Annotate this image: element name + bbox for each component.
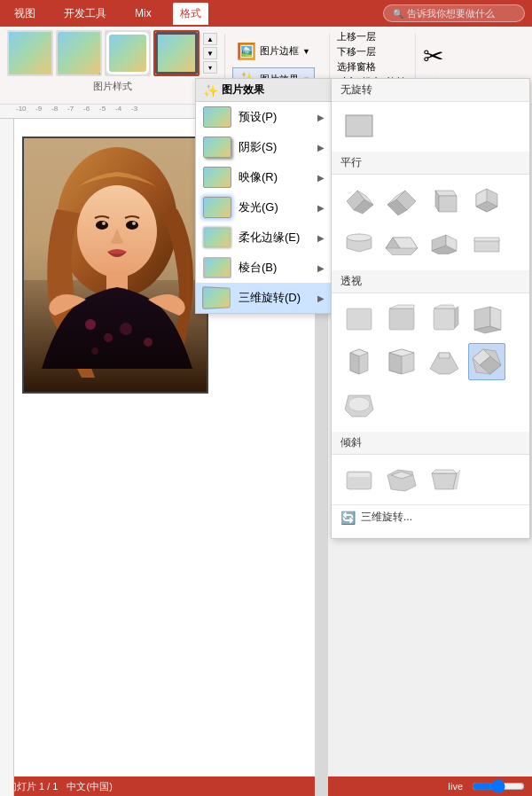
ribbon-tabs-bar: 视图 开发工具 Mix 格式 🔍 告诉我你想要做什么 bbox=[0, 0, 532, 27]
parallel-title: 平行 bbox=[332, 152, 529, 175]
scroll-down-btn[interactable]: ▼ bbox=[203, 47, 217, 59]
menu-item-preset[interactable]: 预设(P) ▶ bbox=[196, 102, 332, 132]
no-rotate-title: 无旋转 bbox=[332, 79, 529, 102]
parallel-shape-3[interactable] bbox=[426, 182, 463, 219]
persp-cube-8 bbox=[471, 346, 503, 378]
parallel-shape-1[interactable] bbox=[340, 182, 378, 219]
tilted-shape-1[interactable] bbox=[340, 462, 378, 499]
para-wide bbox=[384, 230, 419, 255]
tilted-shape-3[interactable] bbox=[426, 462, 463, 499]
svg-rect-37 bbox=[347, 308, 372, 330]
svg-marker-45 bbox=[490, 307, 501, 330]
parallel-shape-8[interactable] bbox=[468, 224, 505, 261]
menu-item-glow[interactable]: 发光(G) ▶ bbox=[196, 192, 332, 222]
picture-border-icon: 🖼️ bbox=[237, 42, 256, 61]
menu-item-soften[interactable]: 柔化边缘(E) ▶ bbox=[196, 222, 332, 253]
scroll-up-btn[interactable]: ▲ bbox=[203, 33, 217, 45]
v-ruler-overlay bbox=[0, 119, 14, 796]
svg-point-9 bbox=[85, 319, 96, 330]
menu-item-bevel[interactable]: 棱台(B) ▶ bbox=[196, 253, 332, 283]
persp-cube-4 bbox=[471, 303, 503, 335]
picture-border-btn[interactable]: 🖼️ 图片边框 ▼ bbox=[232, 39, 315, 64]
svg-marker-39 bbox=[389, 305, 414, 308]
photo-frame[interactable] bbox=[22, 137, 208, 394]
menu-icon-reflection bbox=[203, 167, 231, 188]
parallel-shape-5[interactable] bbox=[340, 224, 378, 261]
perspective-shape-4[interactable] bbox=[468, 300, 505, 338]
persp-cube-2 bbox=[386, 303, 418, 335]
menu-arrow-preset: ▶ bbox=[317, 113, 325, 122]
menu-label-bevel: 棱台(B) bbox=[239, 260, 277, 276]
svg-rect-60 bbox=[348, 473, 370, 477]
svg-marker-48 bbox=[350, 353, 359, 374]
parallel-shape-2[interactable] bbox=[383, 182, 420, 219]
zoom-slider[interactable] bbox=[472, 782, 525, 791]
menu-label-glow: 发光(G) bbox=[239, 199, 278, 215]
tab-view[interactable]: 视图 bbox=[7, 3, 43, 25]
style-thumb-2[interactable] bbox=[56, 30, 102, 76]
tilt-shape-2 bbox=[386, 466, 418, 495]
no-rotate-section: 无旋转 bbox=[332, 79, 529, 150]
svg-marker-42 bbox=[455, 307, 458, 328]
scroll-expand-btn[interactable]: ▾ bbox=[203, 61, 217, 74]
3d-rotate-icon: 🔄 bbox=[340, 511, 356, 525]
tilt-shape-3 bbox=[428, 466, 460, 495]
menu-arrow-3d-rotate: ▶ bbox=[317, 293, 325, 303]
svg-marker-51 bbox=[389, 353, 402, 374]
svg-marker-53 bbox=[439, 353, 450, 358]
style-thumb-4[interactable] bbox=[153, 30, 200, 76]
svg-point-5 bbox=[126, 221, 138, 230]
perspective-shape-6[interactable] bbox=[383, 343, 420, 380]
parallel-shape-4[interactable] bbox=[468, 182, 505, 219]
para-top-down bbox=[428, 185, 460, 215]
menu-arrow-shadow: ▶ bbox=[317, 143, 325, 152]
perspective-grid bbox=[332, 293, 529, 430]
perspective-shape-1[interactable] bbox=[340, 300, 378, 338]
tab-mix[interactable]: Mix bbox=[128, 4, 159, 23]
perspective-shape-3[interactable] bbox=[426, 300, 463, 338]
search-bar[interactable]: 🔍 告诉我你想要做什么 bbox=[383, 4, 525, 22]
perspective-title: 透视 bbox=[332, 270, 529, 293]
picture-effect-dropdown: ✨ 图片效果 预设(P) ▶ 阴影(S) ▶ 映像(R) ▶ 发光(G) ▶ 柔… bbox=[195, 78, 332, 314]
menu-item-shadow[interactable]: 阴影(S) ▶ bbox=[196, 132, 332, 162]
para-flat-mid bbox=[343, 230, 375, 255]
style-thumb-1[interactable] bbox=[7, 30, 53, 76]
no-rotate-shape[interactable] bbox=[340, 107, 378, 144]
persp-cube-6 bbox=[386, 346, 418, 378]
style-scroll-buttons: ▲ ▼ ▾ bbox=[203, 33, 217, 74]
tilt-shape-1 bbox=[343, 466, 375, 495]
parallel-shape-7[interactable] bbox=[426, 224, 463, 261]
svg-point-13 bbox=[91, 347, 98, 355]
svg-point-11 bbox=[120, 323, 132, 335]
menu-item-reflection[interactable]: 映像(R) ▶ bbox=[196, 162, 332, 192]
style-thumb-3[interactable] bbox=[105, 30, 151, 76]
perspective-shape-2[interactable] bbox=[383, 300, 420, 338]
footer-bar: 幻灯片 1 / 1 中文(中国) Iive bbox=[0, 776, 532, 796]
parallel-grid bbox=[332, 175, 529, 269]
tab-devtools[interactable]: 开发工具 bbox=[57, 3, 113, 25]
perspective-shape-5[interactable] bbox=[340, 343, 378, 380]
move-up-btn[interactable]: 上移一层 bbox=[337, 30, 376, 43]
zoom-label: Iive bbox=[448, 781, 463, 792]
svg-point-12 bbox=[144, 338, 153, 347]
parallel-shape-6[interactable] bbox=[383, 224, 420, 261]
tilted-shape-2[interactable] bbox=[383, 462, 420, 499]
select-pane-btn[interactable]: 选择窗格 bbox=[337, 60, 408, 74]
para-iso-right bbox=[386, 185, 418, 215]
perspective-shape-8[interactable] bbox=[468, 343, 505, 380]
tab-format[interactable]: 格式 bbox=[173, 3, 208, 25]
menu-label-preset: 预设(P) bbox=[239, 109, 277, 125]
menu-label-3d-rotate: 三维旋转(D) bbox=[239, 290, 301, 306]
border-dropdown-icon: ▼ bbox=[302, 47, 310, 56]
perspective-shape-7[interactable] bbox=[426, 343, 463, 380]
perspective-section: 透视 bbox=[332, 270, 529, 430]
dropdown-icon: ✨ bbox=[203, 83, 218, 98]
menu-item-3d-rotate[interactable]: 三维旋转(D) ▶ bbox=[196, 283, 332, 313]
svg-point-7 bbox=[132, 222, 136, 225]
menu-label-shadow: 阴影(S) bbox=[239, 139, 277, 155]
crop-btn[interactable]: ✂ bbox=[423, 42, 443, 71]
move-down-btn[interactable]: 下移一层 bbox=[337, 45, 376, 59]
svg-marker-36 bbox=[474, 238, 499, 241]
3d-rotate-options-btn[interactable]: 🔄 三维旋转... bbox=[332, 504, 529, 529]
perspective-shape-9[interactable] bbox=[340, 386, 378, 423]
